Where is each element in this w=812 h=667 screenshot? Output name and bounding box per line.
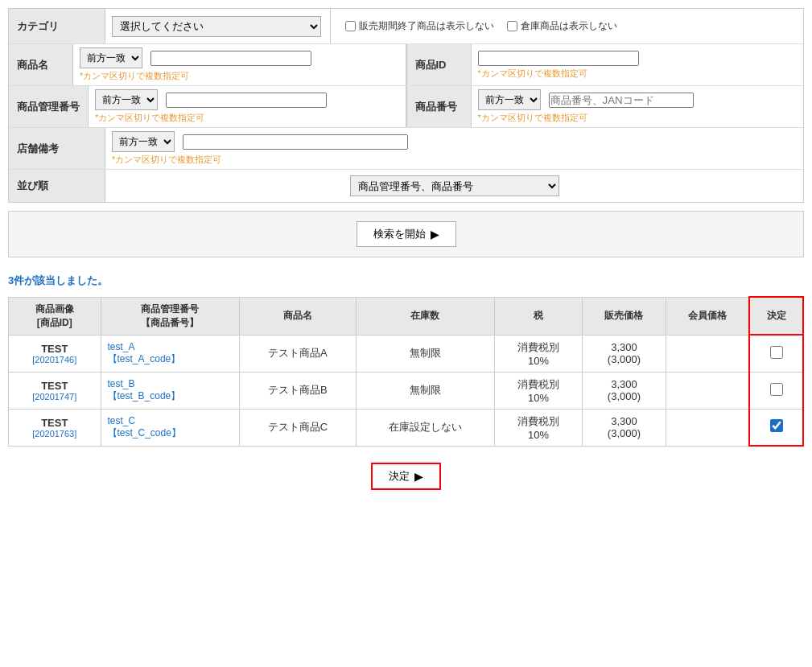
cell-tax: 消費税別 10% bbox=[494, 335, 583, 372]
decide-checkbox[interactable] bbox=[770, 419, 783, 432]
cell-decide[interactable] bbox=[749, 372, 803, 409]
col-tax: 税 bbox=[494, 297, 583, 335]
cell-image: TEST [20201746] bbox=[9, 335, 101, 372]
product-mgmt-label: 商品管理番号 bbox=[9, 86, 89, 127]
product-image-text: TEST bbox=[15, 343, 94, 355]
cell-tax: 消費税別 10% bbox=[494, 409, 583, 446]
cell-sale-price: 3,300 (3,000) bbox=[583, 409, 666, 446]
store-note-match-select[interactable]: 前方一致 bbox=[112, 131, 175, 152]
decide-button-label: 決定 bbox=[389, 469, 410, 484]
mgmt-no-value: test_C bbox=[108, 415, 233, 426]
search-button-area: 検索を開始 ▶ bbox=[8, 211, 804, 257]
product-mgmt-match-select[interactable]: 前方一致 bbox=[95, 89, 158, 110]
sort-select[interactable]: 商品管理番号、商品番号 bbox=[350, 175, 559, 196]
cell-product-name: テスト商品C bbox=[239, 409, 356, 446]
cell-mgmt-no: test_A 【test_A_code】 bbox=[101, 335, 239, 372]
product-image-text: TEST bbox=[15, 417, 94, 429]
product-mgmt-hint: *カンマ区切りで複数指定可 bbox=[95, 112, 399, 124]
tax-line1: 消費税別 bbox=[501, 414, 576, 429]
cell-stock: 無制限 bbox=[357, 335, 495, 372]
cell-image: TEST [20201763] bbox=[9, 409, 101, 446]
result-count: 3件が該当しました。 bbox=[8, 274, 804, 288]
mgmt-no-value: test_B bbox=[108, 378, 233, 389]
col-image: 商品画像 [商品ID] bbox=[9, 297, 101, 335]
col-product-name: 商品名 bbox=[239, 297, 356, 335]
product-name-input[interactable]: テスト商品 bbox=[150, 51, 311, 66]
col-mgmt-no: 商品管理番号 【商品番号】 bbox=[101, 297, 239, 335]
decide-button[interactable]: 決定 ▶ bbox=[371, 463, 441, 490]
decide-button-area: 決定 ▶ bbox=[8, 463, 804, 490]
filter-warehouse-checkbox[interactable] bbox=[507, 21, 517, 31]
filter-end-label: 販売期間終了商品は表示しない bbox=[359, 19, 494, 33]
tax-line2: 10% bbox=[501, 355, 576, 367]
product-no-value: 【test_C_code】 bbox=[108, 426, 233, 440]
cell-image: TEST [20201747] bbox=[9, 372, 101, 409]
decide-checkbox[interactable] bbox=[770, 383, 783, 396]
store-note-input[interactable] bbox=[183, 134, 408, 150]
col-stock: 在庫数 bbox=[357, 297, 495, 335]
product-no-input[interactable] bbox=[549, 93, 694, 108]
store-note-hint: *カンマ区切りで複数指定可 bbox=[112, 154, 797, 166]
cell-decide[interactable] bbox=[749, 409, 803, 446]
product-name-match-select[interactable]: 前方一致 bbox=[80, 47, 142, 68]
result-table: 商品画像 [商品ID] 商品管理番号 【商品番号】 商品名 在庫数 税 販売価格… bbox=[8, 296, 804, 447]
table-row: TEST [20201763] test_C 【test_C_code】 テスト… bbox=[9, 409, 804, 446]
search-button[interactable]: 検索を開始 ▶ bbox=[357, 221, 456, 247]
product-no-value: 【test_B_code】 bbox=[108, 389, 233, 403]
table-row: TEST [20201746] test_A 【test_A_code】 テスト… bbox=[9, 335, 804, 372]
product-no-hint: *カンマ区切りで複数指定可 bbox=[478, 112, 798, 124]
category-select[interactable]: 選択してください bbox=[112, 16, 321, 37]
tax-line2: 10% bbox=[501, 392, 576, 404]
cell-member-price bbox=[666, 409, 749, 446]
store-note-label: 店舗備考 bbox=[9, 128, 105, 169]
cell-product-name: テスト商品B bbox=[239, 372, 356, 409]
sort-label: 並び順 bbox=[9, 170, 105, 202]
product-no-label: 商品番号 bbox=[407, 86, 472, 127]
cell-mgmt-no: test_B 【test_B_code】 bbox=[101, 372, 239, 409]
cell-member-price bbox=[666, 372, 749, 409]
cell-product-name: テスト商品A bbox=[239, 335, 356, 372]
product-name-label: 商品名 bbox=[9, 44, 73, 85]
cell-sale-price: 3,300 (3,000) bbox=[583, 335, 666, 372]
cell-member-price bbox=[666, 335, 749, 372]
tax-line1: 消費税別 bbox=[501, 340, 576, 355]
cell-sale-price: 3,300 (3,000) bbox=[583, 372, 666, 409]
cell-tax: 消費税別 10% bbox=[494, 372, 583, 409]
product-id-hint: *カンマ区切りで複数指定可 bbox=[478, 68, 798, 80]
cell-decide[interactable] bbox=[749, 335, 803, 372]
filter-warehouse-checkbox-label[interactable]: 倉庫商品は表示しない bbox=[507, 19, 617, 33]
mgmt-no-value: test_A bbox=[108, 341, 233, 352]
arrow-right-icon: ▶ bbox=[431, 228, 439, 241]
category-label: カテゴリ bbox=[9, 9, 105, 43]
product-no-value: 【test_A_code】 bbox=[108, 352, 233, 366]
cell-stock: 在庫設定しない bbox=[357, 409, 495, 446]
cell-stock: 無制限 bbox=[357, 372, 495, 409]
product-id-text: [20201763] bbox=[15, 429, 94, 438]
product-id-text: [20201747] bbox=[15, 392, 94, 401]
decide-checkbox[interactable] bbox=[770, 346, 783, 359]
filter-end-checkbox[interactable] bbox=[345, 21, 356, 31]
cell-mgmt-no: test_C 【test_C_code】 bbox=[101, 409, 239, 446]
col-decide: 決定 bbox=[749, 297, 803, 335]
col-sale-price: 販売価格 bbox=[583, 297, 666, 335]
product-mgmt-input[interactable]: test_ bbox=[166, 93, 327, 108]
product-id-input[interactable] bbox=[478, 51, 639, 66]
decide-arrow-icon: ▶ bbox=[414, 470, 423, 483]
product-id-text: [20201746] bbox=[15, 355, 94, 364]
tax-line1: 消費税別 bbox=[501, 377, 576, 392]
search-button-label: 検索を開始 bbox=[373, 227, 426, 241]
tax-line2: 10% bbox=[501, 429, 576, 441]
filter-warehouse-label: 倉庫商品は表示しない bbox=[521, 19, 617, 33]
product-image-text: TEST bbox=[15, 380, 94, 392]
table-row: TEST [20201747] test_B 【test_B_code】 テスト… bbox=[9, 372, 804, 409]
col-member-price: 会員価格 bbox=[666, 297, 749, 335]
product-no-match-select[interactable]: 前方一致 bbox=[478, 89, 541, 110]
filter-end-checkbox-label[interactable]: 販売期間終了商品は表示しない bbox=[345, 19, 494, 33]
product-name-hint: *カンマ区切りで複数指定可 bbox=[80, 70, 399, 82]
product-id-label: 商品ID bbox=[407, 44, 472, 85]
